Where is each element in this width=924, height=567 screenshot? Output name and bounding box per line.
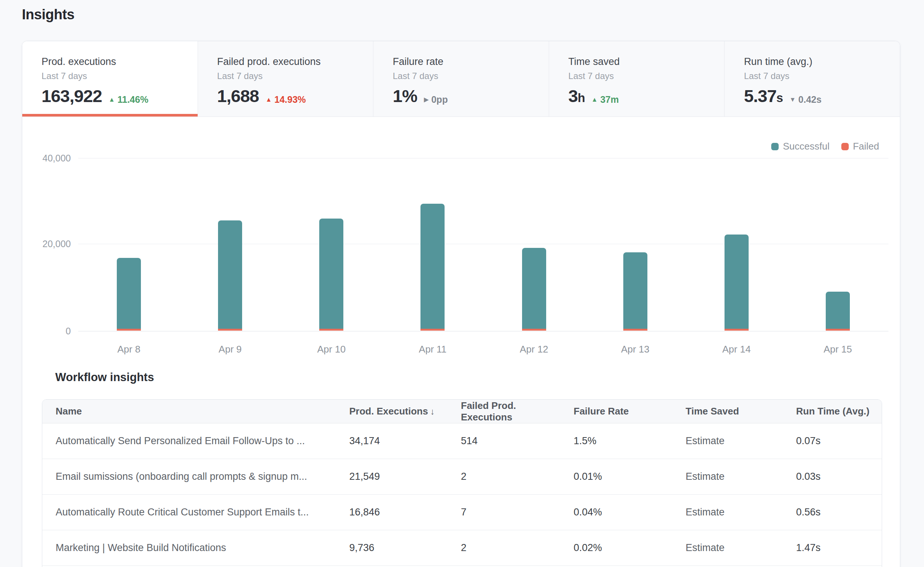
failed-prod-executions-value: 514 [450, 435, 563, 447]
legend-item-failed[interactable]: Failed [842, 141, 879, 152]
bar-apr-12 [522, 248, 546, 331]
prod-executions-value: 9,736 [339, 542, 450, 553]
metric-value: 163,922 [42, 87, 102, 107]
prod-executions-value: 16,846 [339, 507, 450, 518]
metric-tab-prod-executions[interactable]: Prod. executions Last 7 days 163,922 ▲11… [22, 41, 198, 117]
metric-period: Last 7 days [42, 71, 198, 81]
successful-swatch-icon [771, 143, 778, 150]
failed-prod-executions-value: 2 [450, 542, 563, 553]
metric-delta: ▲11.46% [109, 94, 148, 107]
workflow-insights-heading: Workflow insights [55, 371, 154, 384]
estimate-link[interactable]: Estimate [686, 507, 724, 517]
trend-icon: ▲ [109, 96, 115, 103]
metric-tab-run-time-avg[interactable]: Run time (avg.) Last 7 days 5.37s ▼0.42s [724, 41, 900, 117]
trend-icon: ▲ [591, 96, 598, 103]
prod-executions-value: 34,174 [339, 435, 450, 447]
metric-period: Last 7 days [568, 71, 724, 81]
table-row: Email sumissions (onboarding call prompt… [42, 459, 882, 495]
workflow-name-link[interactable]: Automatically Send Personalized Email Fo… [56, 435, 305, 447]
run-time-avg-value: 1.47s [786, 542, 882, 553]
workflow-name-link[interactable]: Marketing | Website Build Notifications [56, 542, 226, 553]
trend-icon: ▶ [424, 96, 429, 103]
metric-delta: ▼0.42s [789, 94, 821, 107]
x-axis-tick: Apr 12 [520, 344, 548, 355]
column-header-prod-executions[interactable]: Prod. Executions↓ [339, 406, 450, 417]
legend-label: Successful [783, 141, 830, 152]
estimate-link[interactable]: Estimate [686, 542, 724, 553]
sort-descending-icon: ↓ [430, 406, 435, 417]
metric-period: Last 7 days [217, 71, 374, 81]
workflow-name-link[interactable]: Email sumissions (onboarding call prompt… [56, 471, 307, 482]
bar-apr-15 [826, 292, 850, 331]
failure-rate-value: 0.04% [563, 507, 675, 518]
prod-executions-value: 21,549 [339, 471, 450, 483]
metric-title: Failure rate [393, 56, 549, 68]
x-axis-tick: Apr 10 [317, 344, 346, 355]
x-axis-tick: Apr 11 [419, 344, 447, 355]
metric-period: Last 7 days [744, 71, 900, 81]
bar-apr-14 [724, 235, 748, 331]
column-header-failure-rate[interactable]: Failure Rate [563, 406, 675, 417]
metric-delta: ▲37m [591, 94, 619, 107]
run-time-avg-value: 0.56s [786, 507, 882, 518]
trend-icon: ▼ [789, 96, 796, 103]
metric-value: 1% [393, 87, 417, 107]
estimate-link[interactable]: Estimate [686, 471, 724, 482]
metric-value: 3h [568, 87, 585, 107]
legend-item-successful[interactable]: Successful [771, 141, 830, 152]
metric-delta: ▲14.93% [266, 94, 306, 107]
metric-title: Run time (avg.) [744, 56, 900, 68]
metric-tabs: Prod. executions Last 7 days 163,922 ▲11… [22, 41, 900, 117]
failed-swatch-icon [842, 143, 849, 150]
bar-apr-9 [218, 220, 242, 331]
table-header-row: Name Prod. Executions↓ Failed Prod. Exec… [42, 400, 882, 423]
table-row: Automatically Route Critical Customer Su… [42, 495, 882, 530]
bar-apr-11 [420, 204, 445, 331]
metric-period: Last 7 days [393, 71, 549, 81]
metric-tab-time-saved[interactable]: Time saved Last 7 days 3h ▲37m [549, 41, 725, 117]
y-axis-tick: 0 [22, 326, 71, 337]
column-header-failed-prod-executions[interactable]: Failed Prod. Executions [450, 400, 563, 423]
x-axis-tick: Apr 9 [219, 344, 242, 355]
metric-title: Failed prod. executions [217, 56, 374, 68]
metric-title: Prod. executions [42, 56, 198, 68]
metric-tab-failure-rate[interactable]: Failure rate Last 7 days 1% ▶0pp [374, 41, 549, 117]
x-axis-tick: Apr 14 [722, 344, 751, 355]
column-header-run-time-avg[interactable]: Run Time (Avg.) [786, 406, 882, 417]
table-row: Marketing | Website Build Notifications … [42, 530, 882, 566]
y-axis-tick: 40,000 [22, 153, 71, 164]
failure-rate-value: 0.01% [563, 471, 675, 483]
metric-delta: ▶0pp [424, 94, 448, 107]
failed-prod-executions-value: 7 [450, 507, 563, 518]
estimate-link[interactable]: Estimate [686, 435, 724, 447]
page-title: Insights [22, 7, 75, 23]
failed-prod-executions-value: 2 [450, 471, 563, 483]
x-axis-tick: Apr 15 [824, 344, 852, 355]
run-time-avg-value: 0.03s [786, 471, 882, 483]
trend-icon: ▲ [266, 96, 272, 103]
metric-value: 1,688 [217, 87, 259, 107]
y-axis-tick: 20,000 [22, 239, 71, 250]
bar-apr-8 [117, 258, 141, 331]
chart-legend: Successful Failed [771, 141, 879, 152]
column-header-name[interactable]: Name [42, 406, 339, 417]
failure-rate-value: 1.5% [563, 435, 675, 447]
metric-tab-failed-prod-executions[interactable]: Failed prod. executions Last 7 days 1,68… [198, 41, 374, 117]
failure-rate-value: 0.02% [563, 542, 675, 553]
metric-title: Time saved [568, 56, 724, 68]
column-header-time-saved[interactable]: Time Saved [675, 406, 786, 417]
legend-label: Failed [853, 141, 879, 152]
metric-value: 5.37s [744, 87, 783, 107]
executions-bar-chart: Apr 8Apr 9Apr 10Apr 11Apr 12Apr 13Apr 14… [78, 158, 888, 331]
insights-card: Prod. executions Last 7 days 163,922 ▲11… [22, 41, 900, 567]
x-axis-tick: Apr 8 [117, 344, 140, 355]
workflow-name-link[interactable]: Automatically Route Critical Customer Su… [56, 507, 309, 517]
run-time-avg-value: 0.07s [786, 435, 882, 447]
workflow-insights-table: Name Prod. Executions↓ Failed Prod. Exec… [42, 399, 882, 567]
bar-apr-13 [623, 252, 647, 331]
bar-apr-10 [319, 218, 344, 331]
table-row: Automatically Send Personalized Email Fo… [42, 423, 882, 459]
x-axis-tick: Apr 13 [621, 344, 650, 355]
